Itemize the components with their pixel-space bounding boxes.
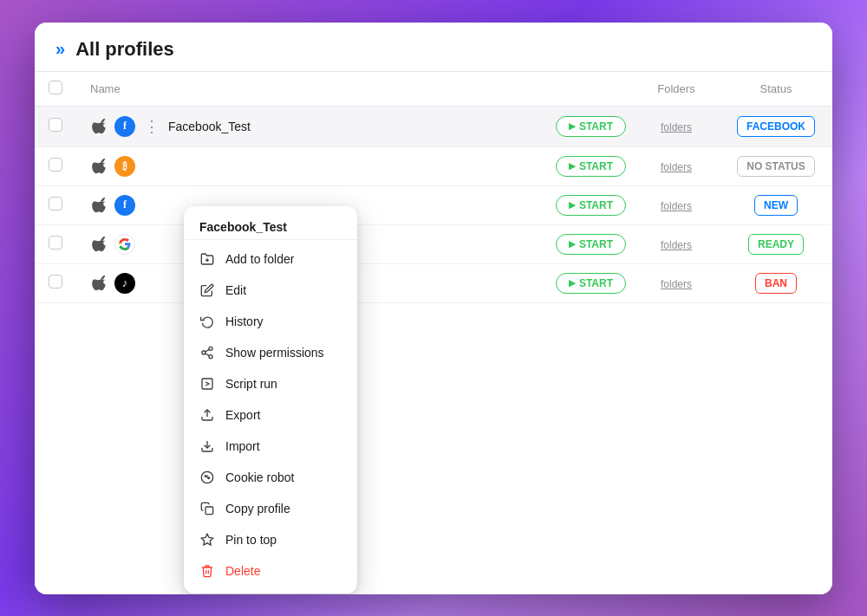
cookie-icon [199, 470, 215, 485]
start-button[interactable]: ▶ START [556, 116, 626, 137]
context-menu: Facebook_Test Add to folderEditHistorySh… [184, 206, 357, 593]
row-checkbox[interactable] [49, 236, 62, 250]
platform-badge: ₿ [114, 156, 135, 177]
play-icon: ▶ [569, 239, 576, 249]
status-badge: NEW [754, 195, 798, 216]
menu-item-label-history: History [225, 314, 264, 328]
platform-badge: f [114, 195, 135, 216]
trash-icon [199, 563, 215, 579]
collapse-icon[interactable]: » [55, 39, 65, 59]
status-badge: NO STATUS [737, 156, 815, 177]
row-checkbox[interactable] [49, 158, 62, 172]
menu-item-history[interactable]: History [184, 306, 357, 337]
play-icon: ▶ [569, 278, 576, 288]
play-icon: ▶ [569, 200, 576, 210]
edit-icon [199, 282, 215, 298]
menu-item-label-add-to-folder: Add to folder [225, 252, 294, 266]
menu-item-pin-to-top[interactable]: Pin to top [184, 524, 357, 555]
copy-icon [199, 501, 215, 516]
profiles-table: Name Folders Status f⋮Facebook_Test▶ STA… [35, 72, 832, 303]
row-checkbox[interactable] [49, 275, 62, 289]
svg-line-5 [205, 353, 210, 356]
status-badge: BAN [755, 273, 797, 294]
menu-item-show-permissions[interactable]: Show permissions [184, 337, 357, 368]
menu-item-script-run[interactable]: Script run [184, 368, 357, 399]
menu-item-delete[interactable]: Delete [184, 555, 357, 587]
svg-line-6 [205, 349, 210, 352]
platform-badge [114, 234, 135, 255]
page-title: All profiles [75, 38, 174, 61]
menu-item-label-pin-to-top: Pin to top [225, 533, 277, 547]
profile-name: Facebook_Test [168, 120, 251, 133]
folders-link[interactable]: folders [661, 200, 692, 212]
menu-item-edit[interactable]: Edit [184, 275, 357, 306]
start-button[interactable]: ▶ START [556, 234, 626, 255]
status-badge: FACEBOOK [737, 116, 815, 137]
status-badge: READY [748, 234, 804, 255]
svg-point-11 [205, 476, 205, 477]
start-button[interactable]: ▶ START [556, 273, 626, 294]
menu-item-label-edit: Edit [225, 283, 246, 297]
folder-plus-icon [199, 251, 215, 267]
start-button[interactable]: ▶ START [556, 156, 626, 177]
history-icon [199, 314, 215, 329]
svg-rect-7 [202, 379, 212, 389]
svg-point-3 [202, 351, 205, 354]
script-icon [199, 376, 215, 392]
export-icon [199, 407, 215, 423]
play-icon: ▶ [569, 121, 576, 131]
main-window: » All profiles Name Folders Status f⋮Fac… [35, 23, 832, 594]
menu-item-label-script-run: Script run [225, 377, 277, 391]
svg-point-2 [209, 347, 212, 350]
menu-item-label-cookie-robot: Cookie robot [225, 470, 294, 484]
menu-item-label-copy-profile: Copy profile [225, 502, 290, 515]
svg-point-12 [208, 477, 209, 478]
menu-item-copy-profile[interactable]: Copy profile [184, 493, 357, 524]
row-checkbox[interactable] [49, 118, 62, 132]
context-menu-profile-name: Facebook_Test [184, 213, 357, 240]
folders-link[interactable]: folders [661, 278, 692, 290]
svg-point-4 [209, 354, 212, 358]
row-menu-button[interactable]: ⋮ [140, 115, 163, 138]
share-icon [199, 345, 215, 360]
menu-item-label-import: Import [225, 439, 260, 453]
folders-link[interactable]: folders [661, 121, 692, 133]
folders-link[interactable]: folders [661, 239, 692, 251]
row-checkbox[interactable] [49, 197, 62, 211]
menu-item-label-show-permissions: Show permissions [225, 346, 324, 360]
name-column-header: Name [76, 72, 451, 107]
header: » All profiles [35, 23, 832, 72]
platform-badge: ♪ [114, 273, 135, 294]
start-button[interactable]: ▶ START [556, 195, 626, 216]
folders-column-header: Folders [633, 72, 720, 107]
profiles-table-container: Name Folders Status f⋮Facebook_Test▶ STA… [35, 72, 832, 594]
svg-rect-13 [205, 507, 213, 515]
pin-icon [199, 532, 215, 548]
platform-badge: f [114, 116, 135, 137]
play-icon: ▶ [569, 161, 576, 171]
import-icon [199, 438, 215, 454]
menu-item-export[interactable]: Export [184, 399, 357, 431]
folders-link[interactable]: folders [661, 161, 692, 173]
menu-item-cookie-robot[interactable]: Cookie robot [184, 462, 357, 493]
menu-item-import[interactable]: Import [184, 431, 357, 462]
menu-item-add-to-folder[interactable]: Add to folder [184, 243, 357, 275]
status-column-header: Status [720, 72, 832, 107]
menu-item-label-delete: Delete [225, 564, 260, 578]
select-all-checkbox[interactable] [49, 81, 62, 94]
menu-item-label-export: Export [225, 408, 260, 422]
